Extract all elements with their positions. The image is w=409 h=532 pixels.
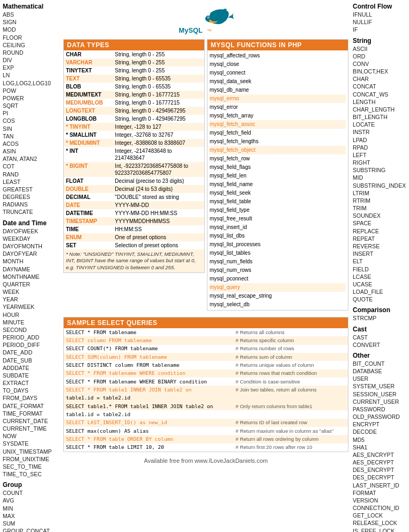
query-comment-cell — [234, 394, 348, 402]
function-item: mysql_list_tables — [210, 249, 346, 257]
list-item: QUARTER — [3, 280, 59, 288]
list-item: SECOND — [3, 326, 59, 334]
list-item: LEFT — [353, 151, 406, 159]
table-row: SELECT table1.* FROM table1 INNER JOIN t… — [64, 402, 348, 410]
type-desc-cell: String, length 0 - 16777215 — [113, 99, 204, 107]
list-item: EXP — [3, 64, 59, 71]
table-row: SELECT * FROM table LIMIT 10, 20# Return… — [64, 444, 348, 452]
table-row: TIMESTAMPYYYYMMDDHHMMSS — [64, 217, 204, 225]
type-desc-cell: String, length 0 - 255 — [113, 58, 204, 66]
right-sidebar: Control Flow IFNULLNULLIFIF String ASCII… — [350, 0, 409, 532]
list-item: RPAD — [353, 144, 406, 151]
type-desc-cell: Integer, -2147483648 to 2147483647 — [113, 147, 204, 162]
list-item: SUBSTRING_INDEX — [353, 182, 406, 189]
list-item: DATE_SUB — [3, 357, 59, 364]
function-item: mysql_errno — [210, 94, 346, 103]
list-item: COS — [3, 117, 59, 124]
list-item: CONVERT — [353, 341, 406, 349]
datetime-section: Date and Time DAYOFWEEKWEEKDAYDAYOFMONTH… — [3, 219, 59, 478]
data-types-header: DATA TYPES — [64, 40, 204, 50]
list-item: FLOOR — [3, 34, 59, 41]
list-item: IS_FREE_LOCK — [353, 527, 406, 532]
list-item: MIN — [3, 505, 59, 512]
list-item: PASSWORD — [353, 405, 406, 413]
list-item: CHAR — [353, 75, 406, 83]
type-name-cell: TIMESTAMP — [64, 217, 113, 225]
query-comment-cell: # Join two tables, return all columns — [234, 386, 348, 394]
list-item: CONCAT — [353, 83, 406, 90]
list-item: MINUTE — [3, 319, 59, 326]
list-item: CHAR_LENGTH — [353, 106, 406, 113]
list-item: COT — [3, 162, 59, 170]
type-desc-cell: YYYY-MM-DD HH:MM:SS — [113, 209, 204, 217]
type-desc-cell: Int, -9223372036854775808 to 92233720368… — [113, 162, 204, 177]
group-section: Group COUNTAVGMINMAXSUMGROUP_CONCATVARIA… — [3, 481, 59, 532]
list-item: BIT_COUNT — [353, 360, 406, 367]
query-comment-cell — [234, 410, 348, 418]
type-name-cell: DATE — [64, 201, 113, 209]
table-row: * TINYINTInteger, -128 to 127 — [64, 123, 204, 131]
list-item: LOCATE — [353, 121, 406, 128]
list-item: BIT_LENGTH — [353, 113, 406, 121]
list-item: UCASE — [353, 280, 406, 288]
list-item: ELT — [353, 257, 406, 265]
svg-text:™: ™ — [207, 28, 212, 33]
table-row: SELECT * FROM table ORDER BY column# Ret… — [64, 435, 348, 443]
type-desc-cell: Decimal (precise to 23 digits) — [113, 177, 204, 185]
query-text-cell: SELECT COUNT(*) FROM tablename — [64, 345, 234, 353]
table-row: SELECT max(column) AS alias# Return maxi… — [64, 427, 348, 435]
function-item: mysql_field_name — [210, 180, 346, 189]
query-comment-cell: # Returns unique values of column — [234, 361, 348, 369]
list-item: FROM_DAYS — [3, 394, 59, 402]
list-item: LOG,LOG2,LOG10 — [3, 79, 59, 87]
other-section: Other BIT_COUNTDATABASEUSERSYSTEM_USERSE… — [353, 352, 406, 532]
list-item: RAND — [3, 171, 59, 178]
list-item: MONTH — [3, 257, 59, 265]
list-item: SIGN — [3, 18, 59, 26]
type-name-cell: TINYTEXT — [64, 66, 113, 75]
list-item: PI — [3, 109, 59, 117]
list-item: SYSDATE — [3, 440, 59, 447]
list-item: SYSTEM_USER — [353, 382, 406, 390]
comparison-title: Comparison — [353, 306, 406, 314]
datetime-title: Date and Time — [3, 219, 59, 227]
list-item: YEAR — [3, 295, 59, 303]
list-item: LTRIM — [353, 189, 406, 197]
function-item: mysql_fetch_object — [210, 146, 346, 154]
table-row: TIMEHH:MM:SS — [64, 225, 204, 233]
list-item: LOAD_FILE — [353, 288, 406, 295]
table-row: CHARString, length 0 - 255 — [64, 50, 204, 58]
mysql-logo: MySQL ™ — [176, 4, 235, 36]
type-name-cell: FLOAT — [64, 177, 113, 185]
queries-section: SAMPLE SELECT QUERIES SELECT * FROM tabl… — [63, 317, 348, 452]
list-item: PERIOD_DIFF — [3, 341, 59, 349]
list-item: CURRENT_TIME — [3, 425, 59, 432]
list-item: PERIOD_ADD — [3, 334, 59, 341]
table-row: MEDIUMBLOBString, length 0 - 16777215 — [64, 99, 204, 107]
mathematical-title: Mathematical — [3, 3, 59, 10]
table-row: MEDIUMTEXTString, length 0 - 16777215 — [64, 91, 204, 99]
list-item: SUBDATE — [3, 372, 59, 379]
mathematical-section: Mathematical ABSSIGNMODFLOORCEILINGROUND… — [3, 3, 59, 216]
mysql-functions-header: MYSQL FUNCTIONS IN PHP — [207, 40, 348, 50]
list-item: DAYOFYEAR — [3, 250, 59, 257]
table-row: SELECT DISTINCT column FROM tablename# R… — [64, 361, 348, 369]
query-text-cell: SELECT table1.* FROM table1 INNER JOIN t… — [64, 402, 234, 410]
table-row: SETSelection of preset options — [64, 241, 204, 249]
list-item: ABS — [3, 11, 59, 18]
query-comment-cell: # Returns ID of last created row — [234, 419, 348, 427]
list-item: CAST — [353, 334, 406, 341]
type-name-cell: * SMALLINT — [64, 131, 113, 139]
table-row: VARCHARString, length 0 - 255 — [64, 58, 204, 66]
cast-title: Cast — [353, 326, 406, 333]
type-name-cell: DOUBLE — [64, 185, 113, 193]
query-comment-cell: # Returns specific column — [234, 336, 348, 344]
list-item: SQRT — [3, 102, 59, 109]
list-item: WEEKDAY — [3, 235, 59, 242]
main-content: MySQL ™ DATA TYPES CHARString, length 0 … — [62, 0, 350, 532]
list-item: TO_DAYS — [3, 387, 59, 394]
list-item: USER — [353, 375, 406, 382]
list-item: DAYOFWEEK — [3, 227, 59, 235]
table-row: SELECT COUNT(*) FROM tablename# Returns … — [64, 345, 348, 353]
list-item: AES_ENCRYPT — [353, 451, 406, 459]
